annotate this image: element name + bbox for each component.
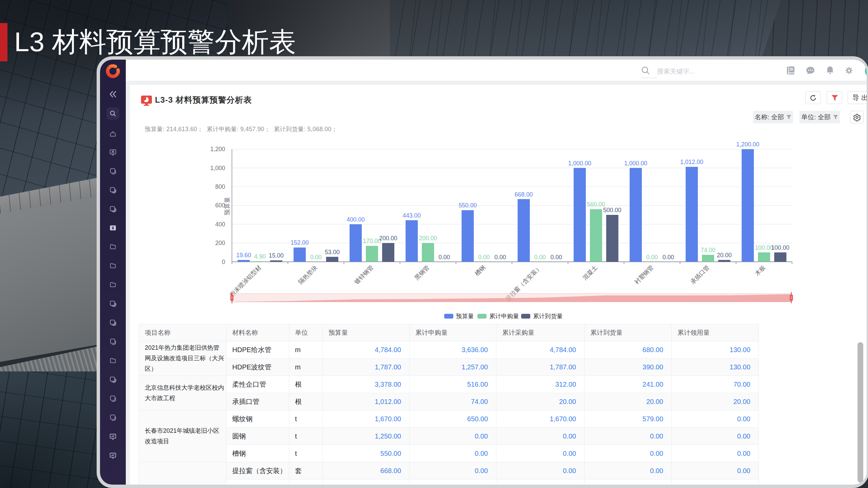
svg-text:443.00: 443.00	[402, 212, 421, 219]
svg-text:承插口管: 承插口管	[689, 264, 711, 286]
svg-text:668.00: 668.00	[515, 191, 533, 198]
svg-text:20.00: 20.00	[717, 252, 732, 259]
svg-text:0.00: 0.00	[551, 254, 562, 261]
svg-text:粉末喷涂铝型材: 粉末喷涂铝型材	[228, 264, 263, 298]
svg-text:1,200.00: 1,200.00	[736, 141, 759, 148]
svg-text:预算量: 预算量	[224, 197, 231, 216]
svg-text:槽钢: 槽钢	[473, 264, 487, 277]
svg-text:53.00: 53.00	[325, 249, 340, 256]
svg-text:木板: 木板	[753, 264, 767, 277]
svg-text:200: 200	[215, 240, 225, 246]
svg-text:累计申购量: 累计申购量	[489, 313, 519, 320]
svg-text:15.00: 15.00	[269, 252, 284, 259]
svg-text:0: 0	[222, 259, 225, 265]
svg-text:100.00: 100.00	[771, 244, 790, 251]
svg-text:累计到货量: 累计到货量	[533, 313, 563, 320]
svg-text:800: 800	[215, 183, 225, 190]
svg-text:黑钢管: 黑钢管	[413, 264, 431, 281]
svg-text:0.00: 0.00	[438, 254, 450, 261]
svg-text:1,000.00: 1,000.00	[568, 160, 591, 167]
svg-text:1,012.00: 1,012.00	[680, 159, 703, 165]
svg-text:0.00: 0.00	[663, 254, 674, 261]
svg-text:0.00: 0.00	[534, 254, 546, 261]
svg-text:1,000.00: 1,000.00	[624, 160, 647, 167]
svg-text:衬塑钢管: 衬塑钢管	[633, 264, 655, 286]
svg-text:0.00: 0.00	[478, 254, 490, 261]
svg-text:400: 400	[215, 221, 225, 228]
svg-text:1,000: 1,000	[210, 165, 225, 171]
svg-text:0.00: 0.00	[646, 254, 658, 261]
svg-text:200.00: 200.00	[419, 235, 437, 242]
svg-text:混凝土: 混凝土	[581, 264, 598, 281]
svg-text:镀锌钢管: 镀锌钢管	[353, 264, 374, 286]
svg-text:560.00: 560.00	[587, 201, 605, 208]
svg-text:隔热垫块: 隔热垫块	[297, 264, 319, 286]
svg-text:1,200: 1,200	[210, 146, 225, 152]
svg-text:0.00: 0.00	[310, 254, 322, 261]
svg-text:500.00: 500.00	[603, 207, 622, 214]
svg-text:170.00: 170.00	[363, 238, 381, 244]
svg-text:74.00: 74.00	[701, 247, 715, 253]
svg-text:152.00: 152.00	[291, 239, 309, 246]
svg-text:100.00: 100.00	[755, 244, 773, 251]
svg-text:4.90: 4.90	[254, 253, 266, 260]
svg-text:200.00: 200.00	[379, 235, 397, 242]
svg-text:0.00: 0.00	[494, 254, 506, 261]
svg-text:400.00: 400.00	[347, 216, 365, 223]
svg-text:19.60: 19.60	[236, 252, 251, 259]
svg-text:550.00: 550.00	[459, 202, 477, 209]
svg-text:预算量: 预算量	[456, 313, 474, 320]
